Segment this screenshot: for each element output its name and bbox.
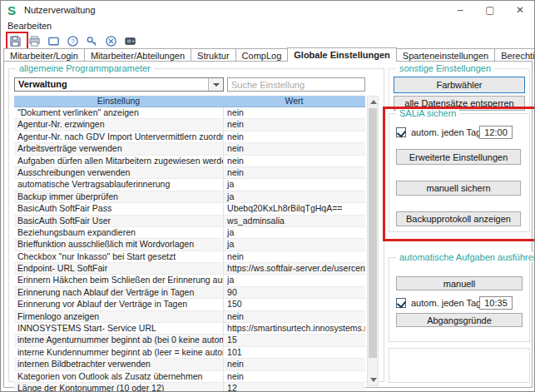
table-row[interactable]: Checkbox "nur Inkasso" bei Start gesetzt… bbox=[14, 251, 365, 263]
setting-name: Ausschreibungen verwenden bbox=[14, 167, 223, 178]
scroll-down-icon[interactable] bbox=[370, 378, 377, 382]
table-row[interactable]: Erinnern Häkchen beim Schließen der Erin… bbox=[14, 275, 365, 286]
category-select[interactable]: Verwaltung bbox=[14, 77, 224, 92]
table-row[interactable]: automatische Vertragsablauferinnerungja bbox=[14, 179, 365, 191]
aufgaben-auto-checkbox[interactable] bbox=[396, 298, 406, 308]
table-row[interactable]: Erinnerung nach Ablauf der Verträge in T… bbox=[14, 287, 365, 299]
search-input[interactable] bbox=[227, 77, 365, 92]
table-row[interactable]: Länge der Kontonummer (10 oder 12)12 bbox=[14, 383, 365, 392]
setting-value: ja bbox=[223, 227, 365, 238]
tab-mitarbeiter-abteilungen[interactable]: Mitarbeiter/Abteilungen bbox=[84, 48, 191, 61]
setting-name: Erinnerung nach Ablauf der Verträge in T… bbox=[14, 287, 223, 298]
tab-content: allgemeine Programmparameter Verwaltung … bbox=[3, 61, 533, 388]
setting-value: nein bbox=[223, 119, 365, 130]
table-row[interactable]: interne Kundennummer beginnt ab (leer = … bbox=[14, 347, 365, 359]
table-scrollbar[interactable] bbox=[367, 96, 379, 386]
setting-name: Beziehungsbaum expandieren bbox=[14, 227, 223, 238]
salia-group: SALiA sichern autom. jeden Tag Erweitert… bbox=[389, 113, 530, 232]
setting-value: nein bbox=[223, 167, 365, 178]
table-row[interactable]: Endpoint- URL SoftFairhttps://ws.softfai… bbox=[14, 263, 365, 275]
aufgaben-time-input[interactable] bbox=[479, 296, 513, 310]
setting-value: nein bbox=[223, 131, 365, 142]
table-row[interactable]: Firmenlogo anzeigennein bbox=[14, 311, 365, 323]
window-title: Nutzerverwaltung bbox=[24, 5, 96, 15]
backupprotokoll-button[interactable]: Backupprotokoll anzeigen bbox=[396, 211, 521, 226]
column-header-wert[interactable]: Wert bbox=[223, 96, 365, 107]
salia-time-input[interactable] bbox=[479, 126, 513, 139]
farbwaehler-button[interactable]: Farbwähler bbox=[394, 77, 525, 93]
tab-globale-einstellungen[interactable]: Globale Einstellungen bbox=[287, 47, 397, 62]
window-icon[interactable] bbox=[47, 35, 60, 47]
setting-value: nein bbox=[223, 156, 365, 166]
table-row[interactable]: Agentur-Nr. erzwingennein bbox=[14, 119, 365, 131]
table-row[interactable]: Arbeitsverträge verwendennein bbox=[14, 143, 365, 155]
setting-value: ja bbox=[223, 239, 365, 250]
help-icon[interactable]: ? bbox=[67, 35, 79, 47]
aufgaben-group: automatische Aufgaben ausführen manuell … bbox=[389, 257, 530, 342]
setting-name: Arbeitsverträge verwenden bbox=[14, 143, 223, 154]
table-row[interactable]: Ausschreibungen verwendennein bbox=[14, 167, 365, 179]
setting-value: https://ws.softfair-server.de/usercenter… bbox=[223, 263, 365, 274]
scroll-up-icon[interactable] bbox=[370, 100, 377, 104]
tab-struktur[interactable]: Struktur bbox=[191, 48, 236, 61]
table-row[interactable]: Kategorien von Outlook als Zusatz überne… bbox=[14, 371, 365, 383]
aufgaben-manuell-button[interactable]: manuell bbox=[396, 276, 523, 290]
setting-value: 90 bbox=[223, 287, 365, 298]
abgangsgruende-button[interactable]: Abgangsgründe bbox=[396, 313, 523, 327]
table-row[interactable]: Agentur-Nr. nach GDV Import Untervermitt… bbox=[14, 131, 365, 143]
table-row[interactable]: BasicAuth SoftFair Userws_adminsalia bbox=[14, 216, 365, 227]
salia-group-label: SALiA sichern bbox=[396, 108, 459, 118]
print-icon[interactable] bbox=[28, 35, 41, 47]
table-row[interactable]: internen Bildbetrachter verwendennein bbox=[14, 359, 365, 370]
minimize-button[interactable]: – bbox=[451, 2, 469, 17]
tab-mitarbeiter-login[interactable]: Mitarbeiter/Login bbox=[3, 48, 85, 61]
save-icon[interactable] bbox=[9, 35, 22, 47]
setting-value: 12 bbox=[223, 383, 365, 392]
setting-value: ws_adminsalia bbox=[223, 216, 365, 226]
parameters-group: allgemeine Programmparameter Verwaltung … bbox=[8, 68, 384, 382]
chevron-down-icon[interactable] bbox=[208, 78, 223, 91]
tab-berechtigungen[interactable]: Berechtigungen bbox=[494, 48, 535, 61]
setting-name: BasicAuth SoftFair Pass bbox=[14, 203, 223, 214]
setting-name: BasicAuth SoftFair User bbox=[14, 216, 223, 226]
setting-value: 101 bbox=[223, 347, 365, 358]
setting-name: Firmenlogo anzeigen bbox=[14, 311, 223, 322]
table-row[interactable]: Brieffunktion ausschließlich mit Wordvor… bbox=[14, 239, 365, 251]
setting-value: 15 bbox=[223, 335, 365, 345]
table-row[interactable]: Beziehungsbaum expandierenja bbox=[14, 227, 365, 239]
menu-bearbeiten[interactable]: Bearbeiten bbox=[7, 21, 52, 31]
erweiterte-einstellungen-button[interactable]: Erweiterte Einstellungen bbox=[396, 149, 521, 165]
table-row[interactable]: Erinnerung vor Ablauf der Verträge in Ta… bbox=[14, 299, 365, 310]
salia-autobackup-checkbox[interactable] bbox=[396, 127, 406, 137]
setting-name: INNOSYSTEMS Start- Service URL bbox=[14, 323, 223, 334]
column-header-einstellung[interactable]: Einstellung bbox=[14, 96, 223, 107]
setting-value: https://smartinsurtech.innosystems.net/c… bbox=[223, 323, 365, 334]
setting-name: "Dokument verlinken" anzeigen bbox=[14, 107, 223, 118]
tab-complog[interactable]: CompLog bbox=[235, 48, 289, 61]
key-icon[interactable] bbox=[86, 35, 98, 47]
table-row[interactable]: Aufgaben dürfen allen Mitarbeitern zugew… bbox=[14, 156, 365, 167]
setting-name: Agentur-Nr. nach GDV Import Untervermitt… bbox=[14, 131, 223, 142]
cancel-icon[interactable] bbox=[105, 35, 117, 47]
setting-name: Erinnerung vor Ablauf der Verträge in Ta… bbox=[14, 299, 223, 310]
manuell-sichern-button[interactable]: manuell sichern bbox=[396, 181, 521, 196]
tab-sparteneinstellungen[interactable]: Sparteneinstellungen bbox=[396, 48, 495, 61]
table-row[interactable]: "Dokument verlinken" anzeigennein bbox=[14, 107, 365, 119]
category-select-value: Verwaltung bbox=[18, 79, 67, 89]
table-row[interactable]: BasicAuth SoftFair PassUbebq20KxLh8rBilq… bbox=[14, 203, 365, 215]
setting-name: Länge der Kontonummer (10 oder 12) bbox=[14, 383, 223, 392]
setting-name: Agentur-Nr. erzwingen bbox=[14, 119, 223, 130]
table-row[interactable]: Backup immer überprüfenja bbox=[14, 191, 365, 203]
safe-icon[interactable] bbox=[124, 35, 136, 47]
setting-name: Erinnern Häkchen beim Schließen der Erin… bbox=[14, 275, 223, 285]
scrollbar-thumb[interactable] bbox=[369, 108, 377, 358]
setting-name: Brieffunktion ausschließlich mit Wordvor… bbox=[14, 239, 223, 250]
setting-value: ja bbox=[223, 191, 365, 202]
app-window: S Nutzerverwaltung – ▢ ✕ Bearbeiten ? bbox=[0, 0, 535, 392]
close-button[interactable]: ✕ bbox=[511, 2, 529, 17]
table-row[interactable]: interne Agenturnummer beginnt ab (bei 0 … bbox=[14, 335, 365, 346]
maximize-button[interactable]: ▢ bbox=[481, 2, 499, 17]
table-row[interactable]: INNOSYSTEMS Start- Service URLhttps://sm… bbox=[14, 323, 365, 335]
setting-value: 150 bbox=[223, 299, 365, 310]
table-header: Einstellung Wert bbox=[14, 96, 365, 107]
